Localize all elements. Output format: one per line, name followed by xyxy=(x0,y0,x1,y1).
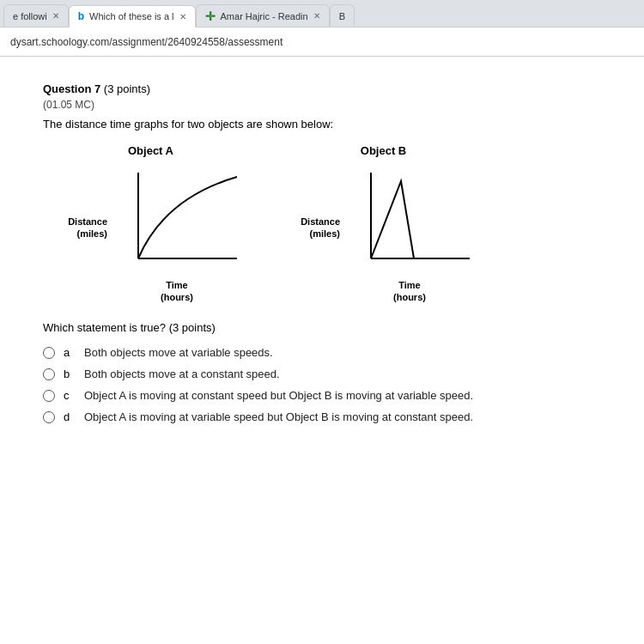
tab-1-label: e followi xyxy=(13,11,47,21)
tab-3-label: Amar Hajric - Readin xyxy=(221,11,308,21)
answer-text-a: Both objects move at variable speeds. xyxy=(84,346,273,359)
answer-row-d[interactable]: d Object A is moving at variable speed b… xyxy=(43,410,601,423)
graph-a-y-label: Distance(miles) xyxy=(60,164,107,240)
graph-a-title: Object A xyxy=(128,144,173,157)
answer-letter-d: d xyxy=(64,410,76,423)
answer-row-b[interactable]: b Both objects move at a constant speed. xyxy=(43,368,601,380)
graph-a-wrapper: Object A Distance(miles) Time(hours) xyxy=(60,144,241,304)
answer-letter-b: b xyxy=(64,368,76,380)
plus-icon: ✛ xyxy=(205,9,216,23)
question-number: Question 7 xyxy=(43,82,100,95)
graph-a-x-label: Time(hours) xyxy=(161,279,193,304)
graph-b-wrapper: Object B Distance(miles) Time(hours) xyxy=(293,144,474,304)
question-header: Question 7 (3 points) xyxy=(43,82,601,95)
answer-row-a[interactable]: a Both objects move at variable speeds. xyxy=(43,346,601,359)
graph-b-x-label: Time(hours) xyxy=(393,279,426,304)
tab-2-close[interactable]: ✕ xyxy=(179,12,186,21)
answer-text-d: Object A is moving at variable speed but… xyxy=(84,410,473,423)
question-text: The distance time graphs for two objects… xyxy=(43,118,601,131)
radio-d[interactable] xyxy=(43,411,55,423)
graphs-container: Object A Distance(miles) Time(hours) Obj… xyxy=(60,144,601,304)
graph-b-inner: Distance(miles) Time(hours) xyxy=(293,164,474,304)
answer-choices: a Both objects move at variable speeds. … xyxy=(43,346,601,423)
tab-3[interactable]: ✛ Amar Hajric - Readin ✕ xyxy=(196,4,330,27)
answer-letter-c: c xyxy=(64,389,76,402)
bing-icon: b xyxy=(78,10,84,22)
question-subheader: (01.05 MC) xyxy=(43,99,601,111)
answer-row-c[interactable]: c Object A is moving at constant speed b… xyxy=(43,389,601,402)
tab-1[interactable]: e followi ✕ xyxy=(3,4,69,27)
radio-b[interactable] xyxy=(43,368,55,380)
radio-a[interactable] xyxy=(43,347,55,359)
answer-letter-a: a xyxy=(64,346,76,359)
graph-b-title: Object B xyxy=(361,144,406,157)
tab-3-close[interactable]: ✕ xyxy=(313,11,320,21)
tab-4[interactable]: B xyxy=(330,4,355,27)
tab-4-label: B xyxy=(339,11,345,21)
graph-b-svg xyxy=(345,164,474,276)
tab-2[interactable]: b Which of these is a l ✕ xyxy=(69,5,196,27)
tab-2-label: Which of these is a l xyxy=(89,11,173,21)
address-bar[interactable]: dysart.schoology.com/assignment/26409245… xyxy=(0,27,644,57)
graph-a-svg-area: Time(hours) xyxy=(112,164,241,304)
answer-text-b: Both objects move at a constant speed. xyxy=(84,368,280,380)
which-statement: Which statement is true? (3 points) xyxy=(43,321,601,334)
graph-a-svg xyxy=(112,164,241,276)
browser-tabs: e followi ✕ b Which of these is a l ✕ ✛ … xyxy=(0,0,644,27)
tab-1-close[interactable]: ✕ xyxy=(52,11,59,21)
question-points: (3 points) xyxy=(104,82,150,95)
graph-b-svg-area: Time(hours) xyxy=(345,164,474,304)
address-text: dysart.schoology.com/assignment/26409245… xyxy=(10,36,283,48)
radio-c[interactable] xyxy=(43,390,55,402)
answer-text-c: Object A is moving at constant speed but… xyxy=(84,389,473,402)
graph-b-y-label: Distance(miles) xyxy=(293,164,340,240)
page-content: Question 7 (3 points) (01.05 MC) The dis… xyxy=(0,57,644,644)
graph-a-inner: Distance(miles) Time(hours) xyxy=(60,164,241,304)
